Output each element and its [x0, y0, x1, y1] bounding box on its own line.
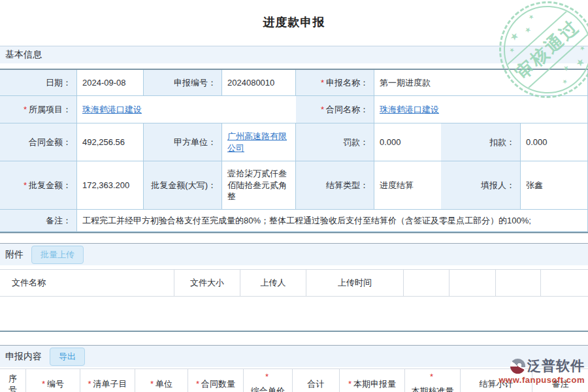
required-marker: *	[348, 379, 351, 390]
attachments-section-header: 附件 批量上传	[0, 243, 588, 265]
remark-value: 工程完工并经甲方初验合格支付至完成量的80%；整体工程通过验收后支付至结算价（含…	[77, 210, 588, 232]
decl-col-seq: 序号	[0, 369, 26, 392]
penalty-label: 罚款：	[296, 123, 374, 161]
attachments-empty-body	[0, 297, 588, 331]
batch-upload-button[interactable]: 批量上传	[31, 246, 84, 264]
reporter-value: 张鑫	[521, 161, 588, 210]
required-marker: *	[150, 379, 154, 390]
attachment-col-empty	[404, 270, 449, 297]
required-marker: *	[88, 379, 91, 390]
declaration-no-label: 申报编号：	[144, 70, 222, 96]
reporter-label: 填报人：	[441, 161, 521, 210]
required-marker: *	[196, 379, 199, 390]
basic-info-section-title: 基本信息	[5, 49, 42, 61]
required-marker: *	[321, 104, 324, 116]
declaration-section-title: 申报内容	[5, 351, 42, 363]
required-marker: *	[24, 104, 27, 116]
project-label: *所属项目：	[0, 96, 77, 123]
party-a-label: 甲方单位：	[144, 123, 222, 161]
deduction-label: 扣款：	[441, 123, 521, 161]
declaration-no-value: 2024080010	[222, 70, 296, 96]
approved-amount-value: 172,363.200	[77, 161, 144, 210]
attachment-col-filename: 文件名称	[0, 270, 174, 297]
settlement-type-value: 进度结算	[374, 161, 441, 210]
decl-col-period-approved-qty: *本期核准量	[405, 369, 461, 392]
fanpu-watermark: 泛普软件 www.fanpusoft.com	[498, 357, 585, 385]
progress-payment-declaration-page: 进度款申报 ★ ★ ★ ★ 审核通过 ★ ★ ★ ★ 基本信息 日期： 2024	[0, 0, 588, 392]
decl-col-unit: *单位	[135, 369, 188, 392]
decl-col-contract-qty: *合同数量	[188, 369, 244, 392]
declaration-name-value: 第一期进度款	[374, 70, 588, 96]
page-title: 进度款申报	[0, 14, 588, 30]
approved-amount-caps-label: 批复金额(大写)：	[144, 161, 222, 210]
contract-name-value: 珠海鹤港口建设	[374, 96, 588, 123]
contract-amount-value: 492,256.56	[77, 123, 144, 161]
required-marker: *	[265, 372, 269, 383]
required-marker: *	[321, 77, 324, 89]
declaration-name-label: *申报名称：	[296, 70, 374, 96]
date-label: 日期：	[0, 70, 77, 96]
date-value: 2024-09-08	[77, 70, 144, 96]
approved-amount-label: *批复金额：	[0, 161, 77, 210]
basic-info-table: 日期： 2024-09-08 申报编号： 2024080010 *申报名称： 第…	[0, 70, 588, 233]
project-link[interactable]: 珠海鹤港口建设	[82, 104, 142, 116]
attachment-col-empty	[496, 270, 541, 297]
attachment-col-empty	[541, 270, 588, 297]
fanpu-brand-text: 泛普软件	[527, 357, 585, 375]
star-icon: ★	[507, 29, 521, 44]
fanpu-logo-icon	[510, 359, 525, 374]
attachments-section-title: 附件	[5, 249, 24, 261]
deduction-value: 0.000	[521, 123, 588, 161]
decl-col-unit-price: *综合单价	[244, 369, 293, 392]
remark-label: 备注：	[0, 210, 77, 232]
decl-col-list-item: *清单子目	[80, 369, 135, 392]
basic-info-section-header: 基本信息	[0, 46, 588, 63]
attachment-col-empty	[449, 270, 496, 297]
contract-amount-label: 合同金额：	[0, 123, 77, 161]
party-a-link[interactable]: 广州高速路有限公司	[227, 131, 290, 154]
decl-col-period-declared-qty: *本期申报量	[340, 369, 405, 392]
project-value: 珠海鹤港口建设	[77, 96, 296, 123]
required-marker: *	[42, 379, 45, 390]
settlement-type-label: 结算类型：	[296, 161, 374, 210]
attachment-col-filesize: 文件大小	[174, 270, 240, 297]
approved-amount-caps-value: 壹拾柒万贰仟叁佰陆拾叁元贰角整	[222, 161, 296, 210]
party-a-value: 广州高速路有限公司	[222, 123, 296, 161]
attachments-table: 文件名称 文件大小 上传人 上传时间	[0, 269, 588, 332]
required-marker: *	[24, 180, 27, 191]
fanpu-url-text: www.fanpusoft.com	[498, 375, 585, 385]
contract-name-label: *合同名称：	[296, 96, 374, 123]
attachment-col-uploader: 上传人	[240, 270, 306, 297]
penalty-value: 0.000	[374, 123, 441, 161]
required-marker: *	[430, 372, 433, 383]
decl-col-total: 合计	[293, 369, 340, 392]
attachment-col-upload-time: 上传时间	[306, 270, 404, 297]
decl-col-code: *编号	[26, 369, 80, 392]
contract-name-link[interactable]: 珠海鹤港口建设	[380, 104, 439, 116]
export-button[interactable]: 导出	[50, 348, 85, 366]
